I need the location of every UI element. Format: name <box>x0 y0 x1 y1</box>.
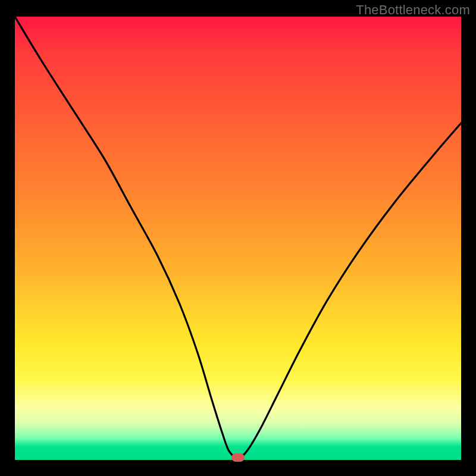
chart-frame: TheBottleneck.com <box>0 0 476 476</box>
bottleneck-marker <box>231 453 245 462</box>
bottleneck-curve <box>15 17 461 460</box>
watermark-text: TheBottleneck.com <box>356 2 470 18</box>
plot-area <box>15 17 461 460</box>
